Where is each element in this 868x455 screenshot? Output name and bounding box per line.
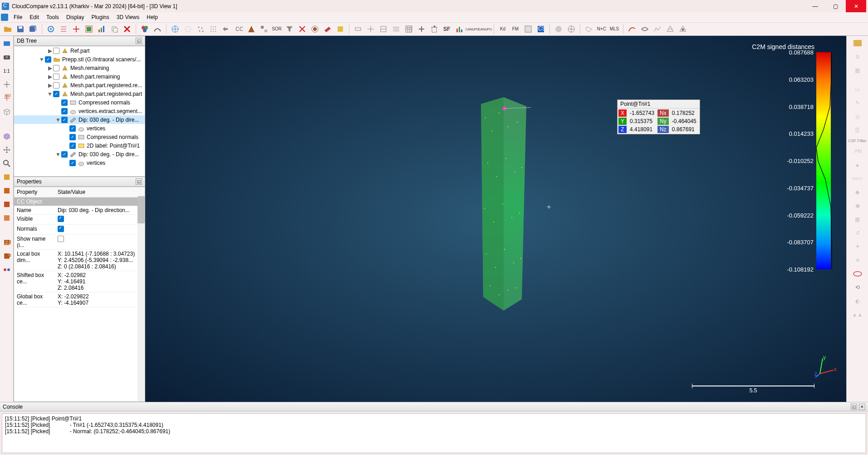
compute-cloud-mesh-dist-button[interactable] — [245, 23, 257, 35]
cross-section-button[interactable] — [352, 23, 364, 35]
tree-row[interactable]: 2D label: Point@Tri#1 — [14, 141, 145, 150]
menu-edit[interactable]: Edit — [26, 13, 43, 21]
view-right-button[interactable] — [1, 212, 13, 224]
tree-checkbox[interactable] — [53, 65, 59, 71]
pick-rotation-center-button[interactable] — [45, 23, 57, 35]
rt-7-button[interactable]: ☰ — [851, 125, 864, 136]
global-shift-button[interactable] — [182, 23, 194, 35]
tree-row[interactable]: vertices — [14, 158, 145, 167]
console-dock-button[interactable]: ◱ — [851, 404, 857, 410]
rt-9-button[interactable]: ▲ — [851, 159, 864, 170]
tree-row[interactable]: ▼Prepp.stl (G:/Intraoral scaners/... — [14, 55, 145, 64]
dbtree-panel[interactable]: ▶Ref.part▼Prepp.stl (G:/Intraoral scaner… — [14, 46, 145, 177]
view-left-button[interactable] — [1, 198, 13, 210]
tree-checkbox[interactable] — [61, 117, 68, 123]
tree-checkbox[interactable] — [69, 134, 76, 140]
level-button[interactable] — [152, 23, 163, 35]
view-multi-button[interactable] — [1, 264, 13, 276]
view-front-button[interactable] — [1, 185, 13, 197]
zoom-button[interactable] — [1, 158, 13, 169]
view-top-button[interactable] — [1, 171, 13, 183]
mls-button[interactable]: MLS — [608, 23, 620, 35]
tree-checkbox[interactable] — [69, 160, 76, 166]
rt-2-button[interactable]: ⊘ — [851, 51, 864, 62]
close-button[interactable]: ✕ — [846, 0, 866, 12]
curve2-button[interactable] — [639, 23, 651, 35]
rt-12-button[interactable]: ◉ — [851, 200, 864, 211]
tree-checkbox[interactable] — [53, 48, 59, 54]
tree-row[interactable]: ▼Dip: 030 deg. - Dip dire... — [14, 115, 145, 124]
properties-scrollbar[interactable] — [137, 196, 145, 401]
register-button[interactable] — [220, 23, 232, 35]
save-all-button[interactable] — [27, 23, 39, 35]
tree-row[interactable]: ▼Dip: 030 deg. - Dip dire... — [14, 150, 145, 158]
iso-view-1-button[interactable] — [1, 106, 13, 118]
align-button[interactable]: CC — [233, 23, 245, 35]
filter-points-button[interactable] — [284, 23, 295, 35]
tree-checkbox[interactable] — [69, 143, 76, 149]
rt-5-button[interactable]: ✎ — [851, 98, 864, 109]
rt-19-button[interactable]: ◐ — [851, 296, 864, 307]
sor-filter-button[interactable]: SOR — [271, 23, 283, 35]
delete-sf-button[interactable] — [428, 23, 440, 35]
console-panel[interactable]: [15:11:52] [Picked] Point@Tri#1[15:11:52… — [2, 413, 866, 453]
segment-tool-button[interactable] — [378, 23, 389, 35]
trace-polyline-button[interactable] — [83, 23, 95, 35]
unknown-tool-button[interactable] — [334, 23, 346, 35]
rt-1-button[interactable] — [851, 38, 864, 49]
point-label-popup[interactable]: Point@Tri#1 X-1.652743Nx0.178252Y0.31537… — [617, 99, 700, 134]
auto-pick-center-button[interactable]: auto — [1, 92, 13, 104]
rt-6-button[interactable]: ◎ — [851, 111, 864, 122]
segment-button[interactable] — [309, 23, 321, 35]
fit-plane-button[interactable] — [322, 23, 333, 35]
tree-row[interactable]: ▼Mesh.part.part.registered.part — [14, 89, 145, 98]
properties-dock-button[interactable]: ◱ — [136, 178, 142, 185]
tree-checkbox[interactable] — [45, 56, 51, 63]
extract-sections-button[interactable] — [390, 23, 402, 35]
tree-row[interactable]: vertices — [14, 124, 145, 133]
maximize-button[interactable]: ▢ — [825, 0, 846, 12]
save-button[interactable] — [15, 23, 26, 35]
delete-button[interactable] — [121, 23, 133, 35]
compute-cloud-cloud-dist-button[interactable] — [258, 23, 270, 35]
tree-row[interactable]: Compressed normals — [14, 133, 145, 141]
open-button[interactable] — [2, 23, 14, 35]
move-button[interactable] — [1, 144, 13, 156]
point-list-picking-button[interactable] — [70, 23, 82, 35]
rt-10-button[interactable]: M3C2 — [851, 173, 864, 184]
minimize-button[interactable]: — — [805, 0, 825, 12]
pcv-button[interactable] — [583, 23, 595, 35]
properties-panel[interactable]: PropertyState/Value CC Object NameDip: 0… — [14, 187, 145, 402]
mesh1-button[interactable] — [664, 23, 676, 35]
toggle-list-button[interactable] — [58, 23, 69, 35]
save-viewport-button[interactable] — [522, 23, 534, 35]
g2-button[interactable] — [565, 23, 577, 35]
clone-button[interactable] — [108, 23, 120, 35]
dbtree-dock-button[interactable]: ◱ — [136, 38, 142, 44]
zoom-1-1-button[interactable]: 1:1 — [1, 65, 13, 77]
rt-3-button[interactable]: ▦ — [851, 65, 864, 76]
prop-checkbox[interactable] — [58, 236, 64, 242]
mesh2-button[interactable] — [677, 23, 689, 35]
pick-center-button[interactable] — [1, 79, 13, 90]
tree-row[interactable]: Compressed normals — [14, 98, 145, 107]
console-close-button[interactable]: ✕ — [859, 404, 865, 410]
menu-help[interactable]: Help — [143, 13, 162, 21]
rt-16-button[interactable]: ≋ — [851, 255, 864, 266]
prop-checkbox[interactable] — [58, 226, 64, 232]
convert-sf-button[interactable] — [454, 23, 466, 35]
tree-checkbox[interactable] — [61, 99, 68, 106]
rt-13-button[interactable]: ▦ — [851, 214, 864, 225]
canupo-classify-button[interactable]: CANUPO — [479, 23, 491, 35]
normals-compute-button[interactable]: N+C — [596, 23, 608, 35]
histogram-button[interactable] — [96, 23, 108, 35]
menu-plugins[interactable]: Plugins — [88, 13, 113, 21]
tree-checkbox[interactable] — [61, 151, 68, 158]
rt-18-button[interactable]: ⟲ — [851, 282, 864, 293]
tree-row[interactable]: ▶Mesh.part.part.registered.re... — [14, 81, 145, 89]
tree-row[interactable]: vertices.extract.segment... — [14, 107, 145, 115]
resample-button[interactable] — [207, 23, 219, 35]
menu-tools[interactable]: Tools — [43, 13, 63, 21]
tree-checkbox[interactable] — [53, 74, 59, 80]
kd-button[interactable]: Kd — [497, 23, 509, 35]
